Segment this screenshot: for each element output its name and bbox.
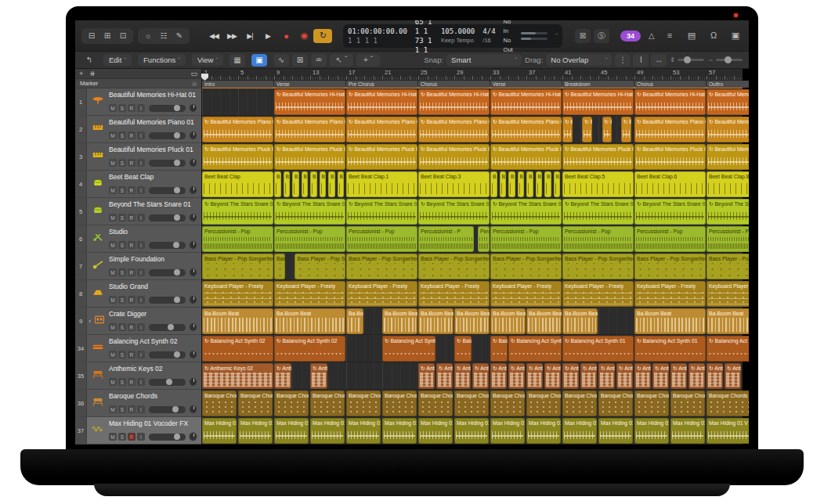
volume-slider[interactable] xyxy=(149,324,186,331)
track-header-crate-digger[interactable]: 9›Crate DiggerMSRI xyxy=(75,308,201,335)
volume-slider[interactable] xyxy=(149,105,186,112)
region[interactable]: ↻ Beautiful Memories Hi-Hat 03.2 xyxy=(634,89,706,115)
pan-knob[interactable] xyxy=(189,350,197,359)
region[interactable]: ↻ Balancing Act Synth 02 xyxy=(274,336,345,362)
region[interactable]: Baroque Chords xyxy=(670,391,705,416)
editors-icon[interactable]: ✎ xyxy=(172,30,186,42)
region[interactable]: Max Hiding 01 V xyxy=(454,418,489,444)
volume-knob[interactable] xyxy=(174,160,180,166)
forward-button[interactable]: ▶▶ xyxy=(223,29,240,43)
toggle-browsers-icon[interactable]: ⊟ xyxy=(85,30,99,42)
mute-button[interactable]: M xyxy=(109,296,117,304)
region[interactable]: Keyboard Player - Freely xyxy=(202,281,273,307)
region[interactable]: Max Hiding 01 V xyxy=(382,418,417,444)
track-header-beet-beat-clap[interactable]: 4Beet Beat ClapMSRI xyxy=(75,171,201,198)
region[interactable]: ↻ Beautiful Memories Piano 01.3 xyxy=(707,117,749,142)
region[interactable]: ↻ Beautiful Memories Hi-Hat 02.3 xyxy=(562,89,634,115)
mute-button[interactable]: M xyxy=(109,104,117,112)
region[interactable]: Baroque Chords xyxy=(346,391,381,416)
region[interactable]: Ba-Boom Beat xyxy=(202,308,273,334)
region[interactable]: ↻ Anthe xyxy=(454,363,471,389)
region[interactable]: Beet Beat Clap.3 xyxy=(418,171,490,197)
region[interactable]: Max Hiding 01 V xyxy=(310,418,345,444)
region[interactable]: B xyxy=(338,171,345,197)
region[interactable]: ↻ Balancing Act Synth 01 xyxy=(508,336,562,362)
region[interactable]: ↻ Beautiful Memories Piano 01.2 xyxy=(634,117,706,142)
list-editors-icon[interactable]: ≡ xyxy=(663,30,677,42)
region[interactable]: Max Hiding 01 V xyxy=(418,418,453,444)
region[interactable]: Percussionist - Pop xyxy=(274,226,345,252)
marquee-icon[interactable]: ⊠ xyxy=(292,54,308,67)
pan-knob[interactable] xyxy=(189,185,197,195)
mute-button[interactable]: M xyxy=(109,378,117,386)
region[interactable]: ↻ Balancing xyxy=(454,336,472,362)
region[interactable]: ↻ Beautiful Memories Hi-Hat 03.1 xyxy=(274,89,345,115)
volume-slider[interactable] xyxy=(149,160,186,167)
pan-knob[interactable] xyxy=(189,322,197,332)
region[interactable]: B xyxy=(490,171,497,197)
region[interactable]: ↻ Balancing Act xyxy=(490,336,508,362)
input-monitor-button[interactable]: I xyxy=(137,296,145,304)
region[interactable]: Baroque Chords xyxy=(382,391,417,416)
region[interactable]: ↻ Anthemic Keys 02 xyxy=(202,363,273,389)
volume-slider[interactable] xyxy=(149,242,186,249)
region[interactable]: ↻ Be xyxy=(621,117,631,142)
region[interactable]: ↻ Beyond The Stars Snare 01 ∞ xyxy=(202,199,273,225)
region[interactable]: Max Hiding 01 V xyxy=(562,418,597,444)
volume-knob[interactable] xyxy=(173,242,179,248)
record-enable-button[interactable]: R xyxy=(128,323,136,331)
solo-button[interactable]: S xyxy=(118,405,126,413)
edit-menu[interactable]: Edit ˇ xyxy=(103,54,132,66)
region[interactable]: Keyboard Player - Freely xyxy=(346,281,417,307)
track-header-balancing-act-synth-02[interactable]: 34Balancing Act Synth 02MSRI xyxy=(75,335,201,362)
apple-loops-icon[interactable]: Ω xyxy=(707,30,721,42)
duplicate-track-button[interactable]: ⧺ xyxy=(89,70,96,77)
input-monitor-button[interactable]: I xyxy=(137,241,145,249)
region[interactable]: Keyboard Player - Freely xyxy=(634,281,706,307)
pan-knob[interactable] xyxy=(189,377,197,387)
input-monitor-button[interactable]: I xyxy=(137,186,145,194)
region[interactable]: ↻ Anthe xyxy=(472,363,489,389)
region[interactable]: B xyxy=(500,171,507,197)
region[interactable]: B xyxy=(328,171,335,197)
region[interactable]: Beet Beat Clap.8 xyxy=(707,171,749,197)
track-header-config-button[interactable]: ▭ xyxy=(190,70,197,77)
section-marker-pre-chorus[interactable]: Pre Chorus xyxy=(346,81,417,88)
input-monitor-button[interactable]: I xyxy=(137,268,145,276)
pan-knob[interactable] xyxy=(189,405,197,414)
region[interactable]: Max Hiding 01 V xyxy=(238,418,273,444)
region[interactable]: Max Hiding 01 V xyxy=(202,418,237,444)
secondary-tool-select[interactable]: + ˇ xyxy=(356,54,380,67)
h-fit-icon[interactable]: ↔ xyxy=(651,54,667,67)
volume-slider[interactable] xyxy=(149,187,186,194)
region[interactable]: ↻ Anthe xyxy=(310,363,327,389)
volume-slider[interactable] xyxy=(149,406,186,413)
back-icon[interactable]: ↰ xyxy=(81,54,97,67)
solo-button[interactable]: S xyxy=(118,214,126,221)
region[interactable]: ↻ Anthe xyxy=(688,363,705,389)
region[interactable]: Keyboard Player - Freely xyxy=(562,281,634,307)
section-marker-breakdown[interactable]: Breakdown xyxy=(562,81,634,88)
region[interactable]: Percussionist - Pop xyxy=(562,226,634,252)
solo-button[interactable]: S xyxy=(118,104,126,112)
horizontal-zoom-slider[interactable]: ⇔ xyxy=(707,56,743,63)
solo-button[interactable]: S xyxy=(118,378,126,386)
volume-knob[interactable] xyxy=(174,132,180,139)
smart-controls-icon[interactable]: ☼ xyxy=(141,30,155,42)
toggle-inspector-icon[interactable]: ⊞ xyxy=(100,30,114,42)
region[interactable]: B xyxy=(302,171,309,197)
region[interactable]: ↻ Beyond The Stars Snare 02.2 xyxy=(490,199,562,225)
marker-global-track[interactable]: Marker ◎ xyxy=(75,79,201,88)
toggle-toolbar-icon[interactable]: ⊡ xyxy=(116,30,130,42)
region[interactable]: ↻ Anthe xyxy=(562,363,579,389)
volume-slider[interactable] xyxy=(149,132,186,139)
input-monitor-button[interactable]: I xyxy=(137,433,145,441)
solo-button[interactable]: S xyxy=(118,323,126,331)
region[interactable]: ↻ Beyond The Stars Snare 02.1 xyxy=(418,199,490,225)
record-enable-button[interactable]: R xyxy=(128,405,136,413)
region[interactable]: ↻ Anthe xyxy=(580,363,597,389)
pan-knob[interactable] xyxy=(189,432,197,441)
region[interactable]: ↻ Anthe xyxy=(526,363,543,389)
solo-button[interactable]: S xyxy=(118,268,126,276)
region[interactable]: B xyxy=(544,171,551,197)
